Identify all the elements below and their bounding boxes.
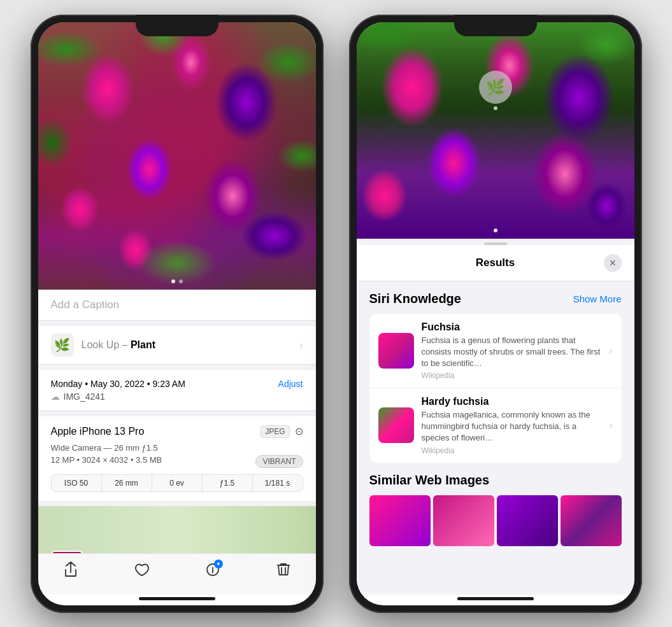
visual-lookup-icon: 🌿 [51,334,74,356]
home-indicator [139,597,215,600]
green-overlay [38,22,316,290]
results-header: Results ✕ [357,245,634,281]
flower-background-2 [357,22,634,239]
siri-button[interactable]: 🌿 [479,71,512,104]
location-icon: ⊙ [295,425,303,437]
exif-row: ISO 50 26 mm 0 ev ƒ1.5 1/181 s [51,474,303,492]
lookup-row[interactable]: 🌿 Look Up – Plant › [38,326,316,365]
resolution-row: 12 MP • 3024 × 4032 • 3.5 MB VIBRANT [51,455,303,468]
results-panel: Results ✕ Siri Knowledge Show More [357,239,634,595]
similar-image-2[interactable] [433,495,494,546]
page-dot-2-1 [494,229,497,232]
exif-aperture: ƒ1.5 [203,475,253,491]
style-badge: VIBRANT [255,455,303,468]
lens-info: Wide Camera — 26 mm ƒ1.5 [51,443,303,453]
map-background [38,506,316,553]
show-more-button[interactable]: Show More [573,293,622,304]
siri-dot [494,106,497,110]
info-badge: ✦ [214,560,223,568]
photo-display-2: 🌿 [357,22,634,239]
camera-model-row: Apple iPhone 13 Pro JPEG ⊙ [51,425,303,438]
like-button[interactable] [134,563,149,581]
hardy-name: Hardy fuchsia [422,396,602,407]
knowledge-item-fuchsia[interactable]: Fuchsia Fuchsia is a genus of flowering … [369,314,622,389]
similar-image-4[interactable] [561,495,622,546]
format-badges: JPEG ⊙ [261,425,303,438]
similar-image-3[interactable] [497,495,558,546]
camera-model: Apple iPhone 13 Pro [51,426,145,437]
page-indicator-2 [494,229,497,232]
results-title: Results [387,257,604,269]
fuchsia-description: Fuchsia is a genus of flowering plants t… [422,335,602,370]
hardy-description: Fuchsia magellanica, commonly known as t… [422,409,602,444]
hardy-chevron-icon: › [609,419,612,431]
exif-shutter: 1/181 s [253,475,303,491]
caption-area[interactable]: Add a Caption [38,290,316,321]
page-indicator [171,279,183,283]
date-text: Monday • May 30, 2022 • 9:23 AM [51,379,185,389]
info-panel: Add a Caption 🌿 Look Up – Plant › Monday… [38,290,316,553]
home-indicator-2 [457,597,534,600]
lookup-label: Look Up – Plant [82,339,156,351]
similar-images-title: Similar Web Images [369,473,622,488]
fuchsia-chevron-icon: › [609,345,612,356]
knowledge-card: Fuchsia Fuchsia is a genus of flowering … [369,314,622,463]
delete-button[interactable] [276,561,290,581]
share-button[interactable] [64,561,78,582]
similar-images-grid [369,495,622,546]
lookup-chevron-icon: › [299,339,303,351]
page-dot-1 [171,279,175,283]
knowledge-item-hardy[interactable]: Hardy fuchsia Fuchsia magellanica, commo… [369,388,622,463]
date-row: Monday • May 30, 2022 • 9:23 AM Adjust [51,379,303,389]
phone-1-screen: Add a Caption 🌿 Look Up – Plant › Monday… [38,22,316,605]
map-section[interactable] [38,506,316,553]
similar-images-section: Similar Web Images [357,463,634,554]
close-button[interactable]: ✕ [604,254,622,272]
siri-knowledge-title: Siri Knowledge [369,292,461,306]
siri-knowledge-header: Siri Knowledge Show More [369,292,622,306]
hardy-thumbnail [378,407,414,443]
info-button-wrapper: ✦ [205,562,220,581]
exif-iso: ISO 50 [52,475,102,491]
filename-row: ☁ IMG_4241 [51,391,303,402]
page-dot-2 [179,279,183,283]
cloud-icon: ☁ [51,391,60,402]
phone-2: 🌿 Results ✕ Sir [349,15,642,613]
similar-image-1[interactable] [369,495,431,546]
camera-section: Apple iPhone 13 Pro JPEG ⊙ Wide Camera —… [38,416,316,501]
jpeg-badge: JPEG [261,425,289,438]
bottom-toolbar: ✦ [38,553,316,595]
filename-text: IMG_4241 [64,391,105,402]
resolution-text: 12 MP • 3024 × 4032 • 3.5 MB [51,455,162,465]
fuchsia-content: Fuchsia Fuchsia is a genus of flowering … [422,321,602,381]
fuchsia-source: Wikipedia [422,371,602,380]
phone-1: Add a Caption 🌿 Look Up – Plant › Monday… [31,15,324,613]
exif-ev: 0 ev [152,475,203,491]
siri-knowledge-section: Siri Knowledge Show More Fuchsia Fuchsia… [357,281,634,463]
map-thumbnail [51,551,83,553]
exif-focal: 26 mm [102,475,152,491]
date-section: Monday • May 30, 2022 • 9:23 AM Adjust ☁… [38,370,316,411]
caption-placeholder[interactable]: Add a Caption [51,299,120,311]
hardy-source: Wikipedia [422,446,602,455]
photo-display[interactable] [38,22,316,290]
fuchsia-thumbnail [378,333,414,369]
hardy-content: Hardy fuchsia Fuchsia magellanica, commo… [422,396,602,455]
fuchsia-name: Fuchsia [422,321,602,333]
phone-2-screen: 🌿 Results ✕ Sir [357,22,634,605]
adjust-button[interactable]: Adjust [278,379,303,389]
